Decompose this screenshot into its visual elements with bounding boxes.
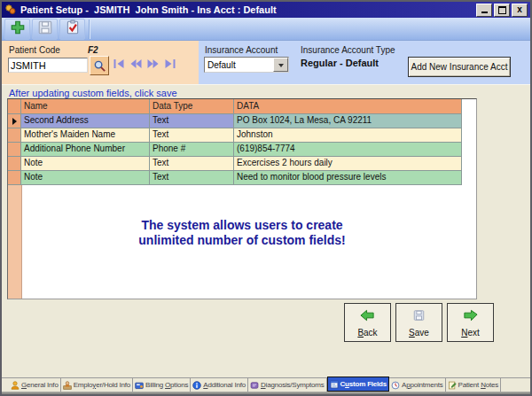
save-button[interactable]: Save [395,303,442,342]
maximize-icon [498,6,506,14]
insurance-account-value: Default [207,60,236,70]
row-selector-cell[interactable] [8,128,21,143]
insurance-account-type-value: Regular - Default [301,58,379,68]
tab-custom-fields[interactable]: Custom Fields [327,377,390,392]
cell-data-type[interactable]: Text [150,157,234,171]
arrow-right-icon [463,304,478,323]
close-button[interactable]: x [512,4,528,17]
minimize-button[interactable] [476,4,492,17]
button-label: Back [357,328,377,338]
toolbar-divider [89,19,90,39]
cell-name[interactable]: Additional Phone Number [21,143,150,157]
cell-data-type[interactable]: Phone # [150,143,234,157]
wizard-buttons: BackSaveNext [344,303,494,342]
next-record-button[interactable] [146,58,160,69]
row-selector-cell[interactable] [8,143,21,157]
save-button[interactable] [32,19,58,40]
tab-employer-hold-info[interactable]: Employer/Hold Info [61,378,133,392]
add-new-insurance-acct-button[interactable]: Add New Insurance Acct [408,57,511,77]
arrow-left-icon [360,304,375,323]
floppy-icon [411,304,426,323]
cell-data[interactable]: Need to monitor blood pressure levels [234,171,462,185]
grid-header-row: NameData TypeDATA [8,99,476,114]
first-record-button[interactable] [113,58,126,69]
main-content: After updating custom fields, click save… [2,85,530,377]
tab-label: Additional Info [203,381,246,389]
button-label: Next [461,328,480,338]
tab-label: Appointments [402,381,443,389]
first-record-icon [113,58,126,69]
cell-data-type[interactable]: Text [150,128,234,143]
tab-label: Diagnosis/Symptoms [261,381,325,389]
billing-icon [135,381,144,390]
patient-search-button[interactable] [90,56,109,75]
next-button[interactable]: Next [447,303,494,342]
patient-code-hotkey: F2 [88,45,98,55]
tab-billing-options[interactable]: Billing Options [133,378,191,392]
previous-record-button[interactable] [129,58,143,69]
tab-label: Custom Fields [340,380,387,388]
cell-name[interactable]: Note [21,171,150,185]
tab-additional-info[interactable]: Additional Info [191,378,248,392]
search-icon [93,59,106,73]
record-navigator [113,58,176,69]
app-icon [4,4,17,16]
tab-patient-notes[interactable]: Patient Notes [446,378,501,392]
cell-data[interactable]: (619)854-7774 [234,143,462,157]
insurance-account-label: Insurance Account [205,45,278,55]
cell-data[interactable]: Excercises 2 hours daily [234,157,462,171]
table-row: Second AddressTextPO Box 1024, La Mesa, … [8,114,476,128]
back-button[interactable]: Back [344,303,391,342]
insurance-account-type-label: Insurance Account Type [301,45,395,55]
grid-corner-cell [8,99,21,114]
minimize-icon [481,12,488,13]
insurance-panel: Insurance Account Default Insurance Acco… [199,41,530,84]
custom-fields-grid: NameData TypeDATASecond AddressTextPO Bo… [7,98,477,299]
row-selector-cell[interactable] [8,114,21,128]
window-title: Patient Setup - JSMITH John Smith - Ins … [20,4,474,15]
column-header-type[interactable]: Data Type [150,99,234,114]
current-row-arrow-icon [12,118,17,125]
info-icon [192,381,201,390]
button-label: Save [409,328,429,338]
table-row: NoteTextExcercises 2 hours daily [8,157,476,171]
person-icon [11,381,20,390]
patient-code-label: Patient Code [9,45,60,55]
cell-data[interactable]: PO Box 1024, La Mesa, CA 92211 [234,114,462,128]
add-patient-button[interactable] [4,19,30,40]
last-record-icon [163,58,176,69]
verify-button[interactable] [59,19,85,40]
column-header-data[interactable]: DATA [234,99,462,114]
window-bottom-frame [2,392,530,396]
floppy-icon [37,19,53,39]
info-banner-line1: The system allows users to create [8,218,476,233]
cell-name[interactable]: Note [21,157,150,171]
tab-label: Patient Notes [458,381,498,389]
insurance-account-select[interactable]: Default [204,57,289,73]
row-selector-cell[interactable] [8,157,21,171]
main-toolbar [2,18,530,41]
custom-fields-icon [330,380,339,389]
tab-diagnosis-symptoms[interactable]: Diagnosis/Symptoms [248,378,327,392]
table-row: Mother's Maiden NameTextJohnston [8,128,476,143]
tab-label: Billing Options [145,381,188,389]
info-banner-line2: unlimited number of custom fields! [8,233,476,248]
info-banner: The system allows users to create unlimi… [8,218,476,248]
cell-name[interactable]: Second Address [21,114,150,128]
cell-data-type[interactable]: Text [150,114,234,128]
table-row: Additional Phone NumberPhone #(619)854-7… [8,143,476,157]
chevron-down-icon [273,58,288,72]
column-header-name[interactable]: Name [21,99,150,114]
tab-general-info[interactable]: General Info [9,378,61,392]
last-record-button[interactable] [163,58,176,69]
row-selector-cell[interactable] [8,171,21,185]
cell-data-type[interactable]: Text [150,171,234,185]
cell-name[interactable]: Mother's Maiden Name [21,128,150,143]
maximize-button[interactable] [494,4,510,17]
patient-setup-window: Patient Setup - JSMITH John Smith - Ins … [0,0,532,396]
next-record-icon [146,58,160,69]
cell-data[interactable]: Johnston [234,128,462,143]
patient-code-input[interactable] [8,58,88,73]
tab-appointments[interactable]: Appointments [389,378,446,392]
notes-icon [448,381,457,390]
